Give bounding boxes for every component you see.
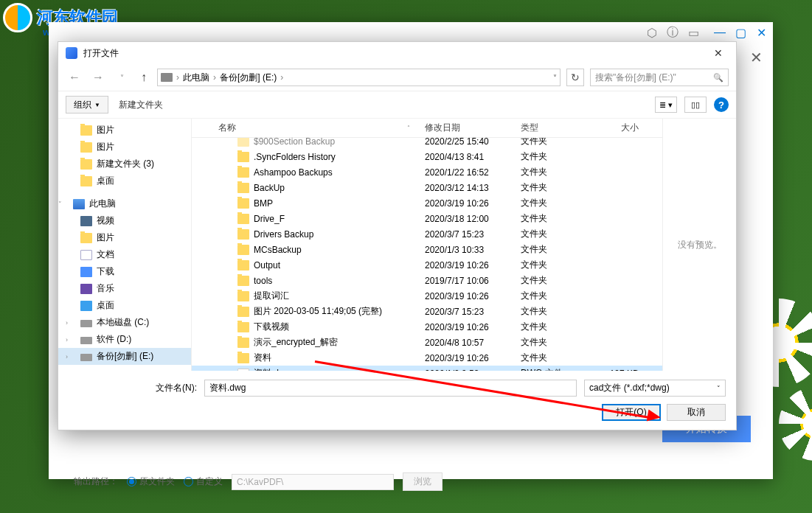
file-row[interactable]: 下载视频2020/3/19 10:26文件夹 <box>192 319 662 335</box>
disk-icon <box>80 337 92 344</box>
nav-forward-icon: → <box>89 71 107 84</box>
folder-icon <box>237 276 249 286</box>
nav-item[interactable]: 视频 <box>58 212 191 229</box>
file-row[interactable]: MCsBackup2020/1/3 10:33文件夹 <box>192 242 662 257</box>
output-path-row: 输出路径： 原文件夹 自定义 C:\KavPDF\ 浏览 <box>74 472 443 491</box>
nav-item[interactable]: ›本地磁盘 (C:) <box>58 314 191 331</box>
file-row[interactable]: BackUp2020/3/12 14:13文件夹 <box>192 180 662 195</box>
view-mode-button[interactable]: ≣ ▾ <box>655 97 677 113</box>
nav-back-icon[interactable]: ← <box>66 71 83 84</box>
nav-item[interactable]: 新建文件夹 (3) <box>58 156 191 172</box>
nav-item[interactable]: 文档 <box>58 246 191 263</box>
file-row[interactable]: Drive_F2020/3/18 12:00文件夹 <box>192 211 662 226</box>
desk-icon <box>80 301 92 311</box>
nav-item[interactable]: ›软件 (D:) <box>58 331 191 348</box>
file-row[interactable]: 演示_encrypted_解密2020/4/8 10:57文件夹 <box>192 335 662 350</box>
output-path-field: C:\KavPDF\ <box>232 474 394 490</box>
radio-original-folder[interactable]: 原文件夹 <box>127 475 175 488</box>
file-list-pane: 名称˄ 修改日期 类型 大小 $900Section Backup2020/2/… <box>191 119 662 371</box>
nav-up-icon[interactable]: ↑ <box>136 71 151 84</box>
organize-button[interactable]: 组织▼ <box>66 96 108 114</box>
doc-icon <box>80 250 92 260</box>
dialog-title: 打开文件 <box>83 47 708 60</box>
mus-icon <box>80 284 92 294</box>
navigation-pane[interactable]: 图片图片新建文件夹 (3)桌面˅此电脑视频图片文档下载音乐桌面›本地磁盘 (C:… <box>58 119 191 371</box>
file-row[interactable]: tools2019/7/17 10:06文件夹 <box>192 273 662 288</box>
folder-icon <box>237 198 249 209</box>
site-logo <box>3 3 32 32</box>
minimize-icon[interactable]: — <box>714 27 726 38</box>
folder-icon <box>237 229 249 240</box>
column-name[interactable]: 名称˄ <box>211 122 417 134</box>
filename-label: 文件名(N): <box>156 382 197 394</box>
nav-item[interactable]: 音乐 <box>58 280 191 297</box>
app-titlebar: ⬡ ⓘ ▭ — ▢ ✕ <box>49 22 773 43</box>
dialog-titlebar: 打开文件 ✕ <box>58 42 736 64</box>
disk-icon <box>80 320 92 327</box>
message-icon[interactable]: ▭ <box>687 27 699 38</box>
file-row[interactable]: 提取词汇2020/3/19 10:26文件夹 <box>192 288 662 304</box>
pc-icon <box>73 199 85 209</box>
file-row[interactable]: 资料2020/3/19 10:26文件夹 <box>192 350 662 366</box>
folder-icon <box>237 353 249 363</box>
folder-icon <box>237 322 249 332</box>
maximize-icon[interactable]: ▢ <box>735 27 746 38</box>
vid-icon <box>80 216 92 226</box>
column-headers[interactable]: 名称˄ 修改日期 类型 大小 <box>192 119 662 138</box>
column-size[interactable]: 大小 <box>587 122 646 134</box>
dialog-toolbar: 组织▼ 新建文件夹 ≣ ▾ ▯▯ ? <box>58 91 736 119</box>
nav-recent-icon[interactable]: ˅ <box>113 74 131 82</box>
nav-item[interactable]: 下载 <box>58 263 191 280</box>
info-icon[interactable]: ⓘ <box>667 27 679 38</box>
disk-icon <box>80 354 92 361</box>
dialog-navbar: ← → ˅ ↑ › 此电脑 › 备份[勿删] (E:) › ˅ ↻ 搜索"备份[… <box>58 64 736 91</box>
folder-icon <box>80 142 92 153</box>
nav-item[interactable]: 图片 <box>58 139 191 156</box>
dl-icon <box>80 267 92 277</box>
browse-button[interactable]: 浏览 <box>403 472 443 491</box>
search-input[interactable]: 搜索"备份[勿删] (E:)" <box>590 69 729 86</box>
dialog-close-icon[interactable]: ✕ <box>708 44 729 62</box>
nav-item[interactable]: 桌面 <box>58 172 191 189</box>
help-icon[interactable]: ? <box>714 97 729 112</box>
file-row[interactable]: BMP2020/3/19 10:26文件夹 <box>192 195 662 211</box>
close-icon[interactable]: ✕ <box>755 27 767 38</box>
folder-icon <box>237 260 249 271</box>
new-folder-button[interactable]: 新建文件夹 <box>119 99 163 111</box>
refresh-button[interactable]: ↻ <box>566 69 584 86</box>
file-row[interactable]: Drivers Backup2020/3/7 15:23文件夹 <box>192 226 662 242</box>
folder-icon <box>80 233 92 243</box>
breadcrumb-segment[interactable]: 备份[勿删] (E:) <box>220 71 277 84</box>
file-list[interactable]: $900Section Backup2020/2/25 15:40文件夹.Syn… <box>192 138 662 371</box>
file-row[interactable]: 图片 2020-03-05 11;49;05 (完整)2020/3/7 15:2… <box>192 304 662 319</box>
folder-icon <box>80 125 92 136</box>
file-filter-select[interactable]: cad文件 (*.dxf;*dwg)˅ <box>584 380 726 397</box>
open-button[interactable]: 打开(O) <box>602 404 661 421</box>
nav-item[interactable]: ›备份[勿删] (E:) <box>58 348 191 365</box>
nav-item[interactable]: 图片 <box>58 229 191 246</box>
preview-pane: 没有预览。 <box>662 119 736 371</box>
nav-item[interactable]: 桌面 <box>58 297 191 314</box>
radio-custom-folder[interactable]: 自定义 <box>184 475 223 488</box>
file-row[interactable]: .SyncFolders History2020/4/13 8:41文件夹 <box>192 149 662 164</box>
inner-close-icon[interactable]: ✕ <box>747 49 766 66</box>
nav-this-pc[interactable]: ˅此电脑 <box>58 195 191 212</box>
open-file-dialog: 打开文件 ✕ ← → ˅ ↑ › 此电脑 › 备份[勿删] (E:) › ˅ ↻… <box>58 41 737 430</box>
cancel-button[interactable]: 取消 <box>667 404 726 421</box>
file-row[interactable]: $900Section Backup2020/2/25 15:40文件夹 <box>192 138 662 149</box>
folder-icon <box>80 159 92 170</box>
breadcrumb-segment[interactable]: 此电脑 <box>183 71 209 84</box>
folder-icon <box>237 338 249 348</box>
address-bar[interactable]: › 此电脑 › 备份[勿删] (E:) › ˅ <box>157 69 561 86</box>
filename-input[interactable] <box>204 380 577 397</box>
nav-item[interactable]: 图片 <box>58 122 191 139</box>
file-row[interactable]: 资料.dwg2020/1/2 9:53DWG 文件197 KB <box>192 366 662 371</box>
output-label: 输出路径： <box>74 475 118 488</box>
address-dropdown-icon[interactable]: ˅ <box>553 74 557 82</box>
column-type[interactable]: 类型 <box>513 122 587 134</box>
preview-toggle-button[interactable]: ▯▯ <box>684 97 707 113</box>
file-row[interactable]: Ashampoo Backups2020/1/22 16:52文件夹 <box>192 164 662 180</box>
file-row[interactable]: Output2020/3/19 10:26文件夹 <box>192 257 662 273</box>
settings-hex-icon[interactable]: ⬡ <box>646 27 658 38</box>
column-date[interactable]: 修改日期 <box>417 122 513 134</box>
